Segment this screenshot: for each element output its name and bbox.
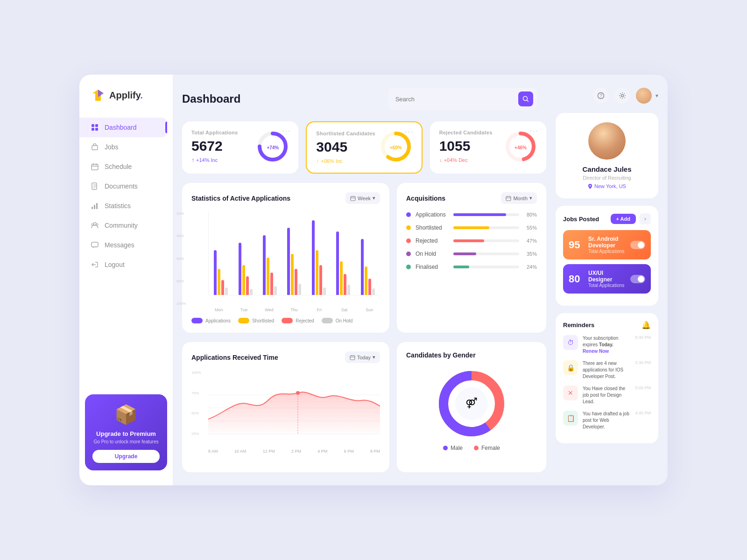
acq-bar-wrap [453, 239, 519, 242]
stat-card-shortlisted: ··· Shortlisted Candidates 3045 ↑ +06% I… [306, 121, 422, 174]
bell-icon-button[interactable]: 🔔 [641, 321, 651, 329]
svg-rect-15 [92, 242, 98, 247]
sidebar-item-statistics[interactable]: Statistics [79, 196, 167, 216]
search-button[interactable] [518, 91, 533, 106]
acq-pct: 24% [524, 264, 537, 270]
statistics-icon [91, 202, 99, 210]
jobs-next-arrow[interactable]: › [640, 213, 651, 224]
upgrade-card: 📦 Upgrade to Premium Go Pro to unlock mo… [85, 394, 167, 470]
acq-dot [406, 252, 411, 256]
help-icon-button[interactable]: ? [593, 88, 609, 104]
svg-rect-4 [92, 128, 94, 131]
acq-period[interactable]: Month ▾ [501, 192, 537, 204]
y-axis-labels: 100% 80% 60% 40% 20% [176, 211, 186, 307]
job-sub-android: Total Applications [588, 249, 626, 254]
dashboard-icon [91, 123, 99, 132]
sidebar-label-statistics: Statistics [105, 202, 131, 210]
sidebar-item-documents[interactable]: Documents [79, 176, 167, 196]
acq-dot [406, 212, 411, 217]
upgrade-title: Upgrade to Premium [92, 430, 160, 437]
sidebar-item-logout[interactable]: Logout [79, 255, 167, 274]
job-info-uxui: UX/UI Designer Total Applications [588, 270, 626, 288]
svg-rect-23 [351, 196, 355, 201]
add-job-button[interactable]: + Add [611, 214, 636, 224]
bar [312, 220, 315, 295]
bar-group-sun [358, 211, 378, 295]
job-card-android: 95 Sr. Android Developer Total Applicati… [563, 230, 651, 259]
schedule-icon [91, 162, 99, 171]
acq-bar-wrap [453, 213, 519, 216]
bar [336, 231, 339, 295]
jobs-header: Jobs Posted + Add › [563, 213, 651, 224]
sidebar-label-documents: Documents [105, 182, 138, 190]
search-input[interactable] [395, 96, 514, 103]
job-toggle-uxui[interactable] [630, 275, 645, 283]
acq-bar-fill [453, 239, 484, 242]
sidebar-item-schedule[interactable]: Schedule [79, 157, 167, 176]
acq-item: On Hold 35% [406, 251, 537, 257]
stat-card-rejected: ··· Rejected Candidates 1055 ↓ +04% Dec … [430, 121, 546, 174]
profile-location: New York, US [588, 183, 626, 189]
messages-icon [91, 241, 99, 249]
upgrade-button[interactable]: Upgrade [92, 450, 160, 463]
donut-title: Candidates by Gender [406, 351, 476, 359]
legend-onhold: On Hold [322, 318, 353, 323]
renew-link[interactable]: Renew Now [583, 349, 609, 354]
job-title-uxui: UX/UI Designer [588, 270, 626, 283]
acq-item: Finalised 24% [406, 264, 537, 270]
line-chart-period[interactable]: Today ▾ [345, 351, 380, 363]
sidebar-item-community[interactable]: Community [79, 216, 167, 235]
job-toggle-android[interactable] [630, 241, 645, 249]
bar-chart-period[interactable]: Week ▾ [345, 192, 380, 204]
profile-role: Director of Recruiting [583, 175, 631, 181]
svg-rect-24 [506, 196, 511, 201]
sidebar-item-jobs[interactable]: Jobs [79, 137, 167, 157]
x-label: Sun [359, 308, 380, 312]
acq-bar-wrap [453, 226, 519, 229]
sidebar-label-jobs: Jobs [105, 143, 119, 151]
reminder-time-4: 4:45 PM [635, 411, 651, 415]
sidebar-item-messages[interactable]: Messages [79, 235, 167, 255]
profile-dropdown[interactable]: ▾ [636, 88, 658, 104]
acq-label: Shortlisted [416, 224, 449, 231]
search-bar [388, 88, 537, 110]
search-icon [522, 96, 529, 102]
documents-icon [91, 182, 99, 190]
legend-rejected: Rejected [282, 318, 314, 323]
svg-point-39 [621, 95, 624, 97]
svg-text:?: ? [599, 93, 602, 98]
x-label: Mon [208, 308, 230, 312]
reminder-text-closed: You Have closed the job post for Design … [583, 385, 630, 405]
reminders-section: Reminders 🔔 ⏱ Your subscription expires … [556, 313, 658, 443]
avatar [588, 122, 626, 160]
job-num-android: 95 [569, 239, 584, 251]
bar [263, 235, 266, 295]
bar-group-sat [333, 211, 353, 295]
help-icon: ? [597, 92, 605, 99]
bar [340, 261, 343, 295]
acq-item: Shortlisted 55% [406, 224, 537, 231]
acq-bar-wrap [453, 252, 519, 255]
bar-chart-title: Statistics of Active Applications [191, 195, 290, 202]
svg-rect-10 [94, 205, 95, 209]
svg-rect-5 [95, 128, 98, 131]
sidebar-item-dashboard[interactable]: Dashboard [79, 118, 167, 137]
upgrade-subtitle: Go Pro to unlock more features [92, 439, 160, 444]
reminder-time-2: 5:30 PM [635, 360, 651, 365]
calendar-icon [350, 196, 356, 201]
bar [287, 228, 290, 295]
acq-bar-fill [453, 252, 476, 255]
donut-svg: ⚤ [434, 366, 509, 441]
bar [291, 254, 294, 295]
reminder-icon-close: ✕ [563, 385, 578, 400]
male-dot [443, 446, 448, 450]
acq-bar-fill [453, 226, 490, 229]
settings-icon-button[interactable] [614, 88, 630, 104]
reminder-text-subscription: Your subscription expires Today. Renew N… [583, 335, 630, 355]
legend-applications: Applications [191, 318, 231, 323]
reminder-text-applications: There are 4 new applications for IOS Dev… [583, 360, 630, 380]
acq-label: Finalised [416, 264, 449, 270]
x-label: Sat [334, 308, 355, 312]
donut-legend: Male Female [443, 445, 500, 451]
sidebar: Applify. Dashboard Jobs Schedule Documen… [79, 75, 173, 485]
